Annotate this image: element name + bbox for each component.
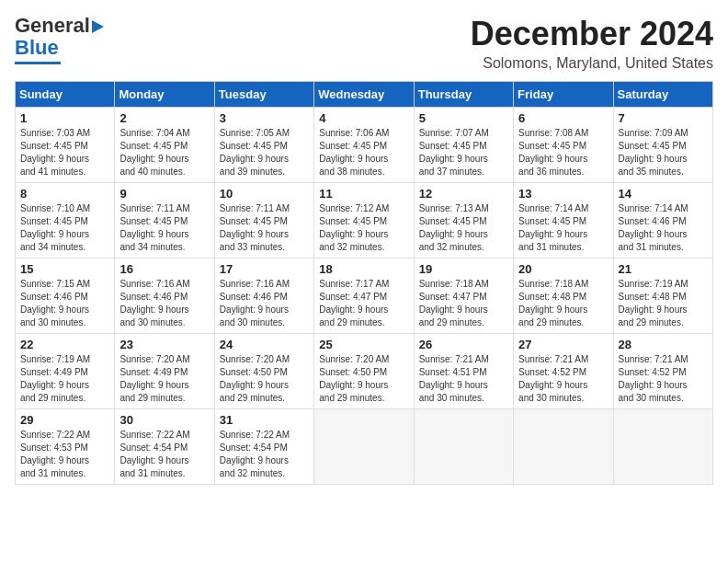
day-cell: 24Sunrise: 7:20 AM Sunset: 4:50 PM Dayli… xyxy=(214,334,313,409)
day-cell: 17Sunrise: 7:16 AM Sunset: 4:46 PM Dayli… xyxy=(214,259,313,334)
day-info: Sunrise: 7:16 AM Sunset: 4:46 PM Dayligh… xyxy=(119,278,209,329)
day-info: Sunrise: 7:20 AM Sunset: 4:49 PM Dayligh… xyxy=(119,353,209,405)
day-number: 14 xyxy=(619,187,708,201)
day-info: Sunrise: 7:12 AM Sunset: 4:45 PM Dayligh… xyxy=(319,202,408,254)
day-cell: 5Sunrise: 7:07 AM Sunset: 4:45 PM Daylig… xyxy=(414,108,513,183)
day-cell: 25Sunrise: 7:20 AM Sunset: 4:50 PM Dayli… xyxy=(314,334,414,409)
calendar: SundayMondayTuesdayWednesdayThursdayFrid… xyxy=(15,81,713,485)
day-info: Sunrise: 7:20 AM Sunset: 4:50 PM Dayligh… xyxy=(220,353,309,405)
location-title: Solomons, Maryland, United States xyxy=(471,55,713,72)
day-info: Sunrise: 7:09 AM Sunset: 4:45 PM Dayligh… xyxy=(619,127,708,178)
day-cell: 20Sunrise: 7:18 AM Sunset: 4:48 PM Dayli… xyxy=(514,259,613,334)
day-cell xyxy=(414,409,513,485)
day-cell: 29Sunrise: 7:22 AM Sunset: 4:53 PM Dayli… xyxy=(16,409,115,485)
week-row-1: 1Sunrise: 7:03 AM Sunset: 4:45 PM Daylig… xyxy=(16,108,713,183)
day-number: 21 xyxy=(619,262,708,276)
title-section: December 2024 Solomons, Maryland, United… xyxy=(471,15,713,72)
week-row-2: 8Sunrise: 7:10 AM Sunset: 4:45 PM Daylig… xyxy=(16,183,713,259)
day-number: 8 xyxy=(20,187,109,201)
day-info: Sunrise: 7:11 AM Sunset: 4:45 PM Dayligh… xyxy=(220,202,309,254)
week-row-4: 22Sunrise: 7:19 AM Sunset: 4:49 PM Dayli… xyxy=(16,334,713,409)
day-cell: 22Sunrise: 7:19 AM Sunset: 4:49 PM Dayli… xyxy=(16,334,115,409)
logo-general: General xyxy=(15,14,90,37)
week-row-5: 29Sunrise: 7:22 AM Sunset: 4:53 PM Dayli… xyxy=(16,409,713,485)
day-info: Sunrise: 7:06 AM Sunset: 4:45 PM Dayligh… xyxy=(319,127,408,178)
day-info: Sunrise: 7:19 AM Sunset: 4:48 PM Dayligh… xyxy=(619,278,708,329)
day-info: Sunrise: 7:14 AM Sunset: 4:46 PM Dayligh… xyxy=(619,202,708,254)
day-number: 9 xyxy=(119,187,209,201)
day-header-tuesday: Tuesday xyxy=(214,82,313,108)
logo-arrow-icon xyxy=(92,20,104,33)
day-number: 26 xyxy=(419,338,508,351)
day-header-saturday: Saturday xyxy=(613,82,712,108)
day-number: 25 xyxy=(319,338,408,351)
day-number: 3 xyxy=(220,111,309,125)
day-number: 4 xyxy=(319,111,408,125)
day-info: Sunrise: 7:17 AM Sunset: 4:47 PM Dayligh… xyxy=(319,278,408,329)
day-header-wednesday: Wednesday xyxy=(314,82,414,108)
day-cell: 28Sunrise: 7:21 AM Sunset: 4:52 PM Dayli… xyxy=(613,334,712,409)
day-cell: 30Sunrise: 7:22 AM Sunset: 4:54 PM Dayli… xyxy=(115,409,214,485)
day-number: 18 xyxy=(319,262,408,276)
day-cell: 16Sunrise: 7:16 AM Sunset: 4:46 PM Dayli… xyxy=(115,259,214,334)
day-cell: 23Sunrise: 7:20 AM Sunset: 4:49 PM Dayli… xyxy=(115,334,214,409)
day-number: 22 xyxy=(20,338,109,351)
day-info: Sunrise: 7:18 AM Sunset: 4:47 PM Dayligh… xyxy=(419,278,508,329)
day-cell: 12Sunrise: 7:13 AM Sunset: 4:45 PM Dayli… xyxy=(414,183,513,259)
day-cell: 10Sunrise: 7:11 AM Sunset: 4:45 PM Dayli… xyxy=(214,183,313,259)
day-cell xyxy=(314,409,414,485)
day-number: 6 xyxy=(518,111,608,125)
day-cell: 3Sunrise: 7:05 AM Sunset: 4:45 PM Daylig… xyxy=(214,108,313,183)
day-cell: 18Sunrise: 7:17 AM Sunset: 4:47 PM Dayli… xyxy=(314,259,414,334)
day-number: 2 xyxy=(119,111,209,125)
day-info: Sunrise: 7:14 AM Sunset: 4:45 PM Dayligh… xyxy=(518,202,608,254)
day-info: Sunrise: 7:13 AM Sunset: 4:45 PM Dayligh… xyxy=(419,202,508,254)
day-header-friday: Friday xyxy=(514,82,613,108)
header: General Blue December 2024 Solomons, Mar… xyxy=(15,15,713,72)
day-header-thursday: Thursday xyxy=(414,82,513,108)
day-number: 1 xyxy=(20,111,109,125)
logo: General Blue xyxy=(15,15,104,64)
day-info: Sunrise: 7:08 AM Sunset: 4:45 PM Dayligh… xyxy=(518,127,608,178)
day-info: Sunrise: 7:10 AM Sunset: 4:45 PM Dayligh… xyxy=(20,202,109,254)
day-cell: 13Sunrise: 7:14 AM Sunset: 4:45 PM Dayli… xyxy=(514,183,613,259)
day-number: 29 xyxy=(20,413,109,427)
day-number: 15 xyxy=(20,262,109,276)
day-cell: 4Sunrise: 7:06 AM Sunset: 4:45 PM Daylig… xyxy=(314,108,414,183)
day-cell: 2Sunrise: 7:04 AM Sunset: 4:45 PM Daylig… xyxy=(115,108,214,183)
day-info: Sunrise: 7:16 AM Sunset: 4:46 PM Dayligh… xyxy=(220,278,309,329)
day-number: 24 xyxy=(220,338,309,351)
day-number: 19 xyxy=(419,262,508,276)
day-cell: 7Sunrise: 7:09 AM Sunset: 4:45 PM Daylig… xyxy=(613,108,712,183)
day-info: Sunrise: 7:15 AM Sunset: 4:46 PM Dayligh… xyxy=(20,278,109,329)
day-info: Sunrise: 7:05 AM Sunset: 4:45 PM Dayligh… xyxy=(220,127,309,178)
calendar-header-row: SundayMondayTuesdayWednesdayThursdayFrid… xyxy=(16,82,713,108)
day-number: 23 xyxy=(119,338,209,351)
day-number: 30 xyxy=(119,413,209,427)
day-cell: 11Sunrise: 7:12 AM Sunset: 4:45 PM Dayli… xyxy=(314,183,414,259)
day-number: 28 xyxy=(619,338,708,351)
logo-underline xyxy=(15,62,61,64)
day-cell: 26Sunrise: 7:21 AM Sunset: 4:51 PM Dayli… xyxy=(414,334,513,409)
day-number: 13 xyxy=(518,187,608,201)
day-cell: 6Sunrise: 7:08 AM Sunset: 4:45 PM Daylig… xyxy=(514,108,613,183)
day-cell: 19Sunrise: 7:18 AM Sunset: 4:47 PM Dayli… xyxy=(414,259,513,334)
day-number: 31 xyxy=(220,413,309,427)
day-info: Sunrise: 7:19 AM Sunset: 4:49 PM Dayligh… xyxy=(20,353,109,405)
day-number: 20 xyxy=(518,262,608,276)
day-cell: 8Sunrise: 7:10 AM Sunset: 4:45 PM Daylig… xyxy=(16,183,115,259)
day-header-sunday: Sunday xyxy=(16,82,115,108)
day-number: 12 xyxy=(419,187,508,201)
day-info: Sunrise: 7:04 AM Sunset: 4:45 PM Dayligh… xyxy=(119,127,209,178)
day-number: 27 xyxy=(518,338,608,351)
day-info: Sunrise: 7:22 AM Sunset: 4:54 PM Dayligh… xyxy=(220,429,309,480)
day-cell: 31Sunrise: 7:22 AM Sunset: 4:54 PM Dayli… xyxy=(214,409,313,485)
day-cell: 27Sunrise: 7:21 AM Sunset: 4:52 PM Dayli… xyxy=(514,334,613,409)
week-row-3: 15Sunrise: 7:15 AM Sunset: 4:46 PM Dayli… xyxy=(16,259,713,334)
day-cell xyxy=(613,409,712,485)
day-cell: 21Sunrise: 7:19 AM Sunset: 4:48 PM Dayli… xyxy=(613,259,712,334)
day-header-monday: Monday xyxy=(115,82,214,108)
day-info: Sunrise: 7:21 AM Sunset: 4:52 PM Dayligh… xyxy=(518,353,608,405)
day-cell: 9Sunrise: 7:11 AM Sunset: 4:45 PM Daylig… xyxy=(115,183,214,259)
day-number: 5 xyxy=(419,111,508,125)
